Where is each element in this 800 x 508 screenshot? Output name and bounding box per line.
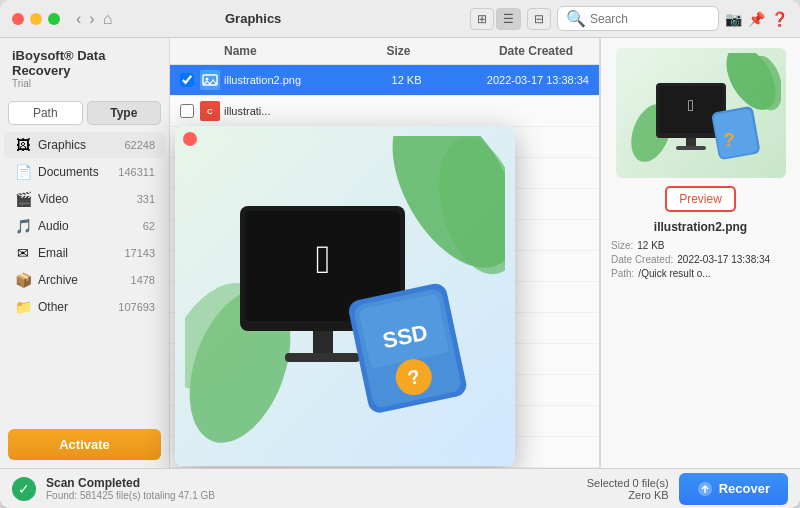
preview-meta: Size: 12 KB Date Created: 2022-03-17 13:…: [611, 240, 790, 282]
video-label: Video: [38, 192, 137, 206]
file-checkbox[interactable]: [180, 104, 194, 118]
scan-info: Scan Completed Found: 581425 file(s) tot…: [46, 476, 577, 501]
graphics-count: 62248: [124, 139, 155, 151]
preview-button[interactable]: Preview: [665, 186, 736, 212]
svg-point-1: [206, 78, 209, 81]
file-size: 12 KB: [370, 74, 443, 86]
other-icon: 📁: [14, 299, 32, 315]
sidebar-activate: Activate: [8, 429, 161, 460]
close-button[interactable]: [12, 13, 24, 25]
documents-label: Documents: [38, 165, 118, 179]
recover-icon: [697, 481, 713, 497]
main-content: iBoysoft® Data Recovery Trial Path Type …: [0, 38, 800, 468]
file-name: illustration2.png: [224, 74, 370, 86]
svg-text:: : [688, 97, 694, 114]
file-date: 2022-03-17 13:38:34: [443, 74, 589, 86]
table-row[interactable]: illustration2.png 12 KB 2022-03-17 13:38…: [170, 65, 599, 96]
camera-icon[interactable]: 📷: [725, 11, 742, 27]
view-grid-button[interactable]: ⊞: [470, 8, 494, 30]
file-thumbnail: [200, 70, 220, 90]
sidebar-item-video[interactable]: 🎬 Video 331: [4, 186, 165, 212]
titlebar: ‹ › ⌂ Graphics ⊞ ☰ ⊟ 🔍 📷 📌 ❓: [0, 0, 800, 38]
preview-thumbnail:  ?: [616, 48, 786, 178]
sidebar-item-documents[interactable]: 📄 Documents 146311: [4, 159, 165, 185]
video-icon: 🎬: [14, 191, 32, 207]
search-bar: 🔍: [557, 6, 719, 31]
view-toggle: ⊞ ☰: [470, 8, 521, 30]
video-count: 331: [137, 193, 155, 205]
col-size-header: Size: [364, 44, 434, 58]
scan-title: Scan Completed: [46, 476, 577, 490]
recover-button[interactable]: Recover: [679, 473, 788, 505]
path-value: /Quick result o...: [638, 268, 710, 279]
bottom-bar: ✓ Scan Completed Found: 581425 file(s) t…: [0, 468, 800, 508]
view-list-button[interactable]: ☰: [496, 8, 521, 30]
svg-rect-9: [686, 138, 696, 146]
svg-text:?: ?: [723, 130, 734, 150]
sidebar-item-audio[interactable]: 🎵 Audio 62: [4, 213, 165, 239]
date-value: 2022-03-17 13:38:34: [677, 254, 770, 265]
path-label: Path:: [611, 268, 634, 279]
sidebar: iBoysoft® Data Recovery Trial Path Type …: [0, 38, 170, 468]
email-icon: ✉: [14, 245, 32, 261]
meta-date-row: Date Created: 2022-03-17 13:38:34: [611, 254, 790, 265]
size-label: Size:: [611, 240, 633, 251]
file-header: Name Size Date Created: [170, 38, 599, 65]
email-count: 17143: [124, 247, 155, 259]
graphics-icon: 🖼: [14, 137, 32, 153]
help-icon[interactable]: ❓: [771, 11, 788, 27]
file-checkbox[interactable]: [180, 73, 194, 87]
selected-info: Selected 0 file(s) Zero KB: [587, 477, 669, 501]
check-icon: ✓: [18, 481, 30, 497]
meta-size-row: Size: 12 KB: [611, 240, 790, 251]
file-thumbnail: C: [200, 101, 220, 121]
audio-icon: 🎵: [14, 218, 32, 234]
activate-button[interactable]: Activate: [8, 429, 161, 460]
preview-panel:  ? Preview illustration2.png Size: 12 K…: [600, 38, 800, 468]
recover-label: Recover: [719, 481, 770, 496]
sidebar-header: iBoysoft® Data Recovery Trial: [0, 38, 169, 95]
audio-count: 62: [143, 220, 155, 232]
col-date-header: Date Created: [433, 44, 573, 58]
tab-path[interactable]: Path: [8, 101, 83, 125]
archive-icon: 📦: [14, 272, 32, 288]
filter-button[interactable]: ⊟: [527, 8, 551, 30]
tab-type[interactable]: Type: [87, 101, 162, 125]
documents-count: 146311: [118, 166, 155, 178]
graphics-label: Graphics: [38, 138, 124, 152]
svg-text:: : [316, 237, 331, 281]
toolbar-right: ⊞ ☰ ⊟ 🔍 📷 📌 ❓: [470, 6, 788, 31]
file-name: illustrati...: [224, 105, 370, 117]
selected-files-count: Selected 0 file(s): [587, 477, 669, 489]
modal-image:  SSD ?: [175, 126, 515, 466]
documents-icon: 📄: [14, 164, 32, 180]
modal-close-button[interactable]: [183, 132, 197, 146]
table-row[interactable]: C illustrati...: [170, 96, 599, 127]
meta-path-row: Path: /Quick result o...: [611, 268, 790, 279]
selected-size: Zero KB: [587, 489, 669, 501]
sidebar-item-graphics[interactable]: 🖼 Graphics 62248: [4, 132, 165, 158]
email-label: Email: [38, 246, 124, 260]
sidebar-item-email[interactable]: ✉ Email 17143: [4, 240, 165, 266]
search-icon: 🔍: [566, 9, 586, 28]
sidebar-items: 🖼 Graphics 62248 📄 Documents 146311 🎬 Vi…: [0, 131, 169, 421]
archive-count: 1478: [131, 274, 155, 286]
other-count: 107693: [118, 301, 155, 313]
svg-rect-10: [676, 146, 706, 150]
sidebar-item-archive[interactable]: 📦 Archive 1478: [4, 267, 165, 293]
other-label: Other: [38, 300, 118, 314]
window-title: Graphics: [36, 11, 470, 26]
search-input[interactable]: [590, 12, 710, 26]
pin-icon[interactable]: 📌: [748, 11, 765, 27]
preview-filename: illustration2.png: [654, 220, 747, 234]
app-subtitle: Trial: [12, 78, 157, 89]
col-name-header: Name: [224, 44, 364, 58]
modal-popup:  SSD ?: [175, 126, 515, 466]
sidebar-item-other[interactable]: 📁 Other 107693: [4, 294, 165, 320]
date-label: Date Created:: [611, 254, 673, 265]
audio-label: Audio: [38, 219, 143, 233]
svg-rect-22: [313, 331, 333, 353]
tab-bar: Path Type: [0, 95, 169, 131]
svg-rect-12: [713, 108, 758, 158]
scan-detail: Found: 581425 file(s) totaling 47.1 GB: [46, 490, 577, 501]
